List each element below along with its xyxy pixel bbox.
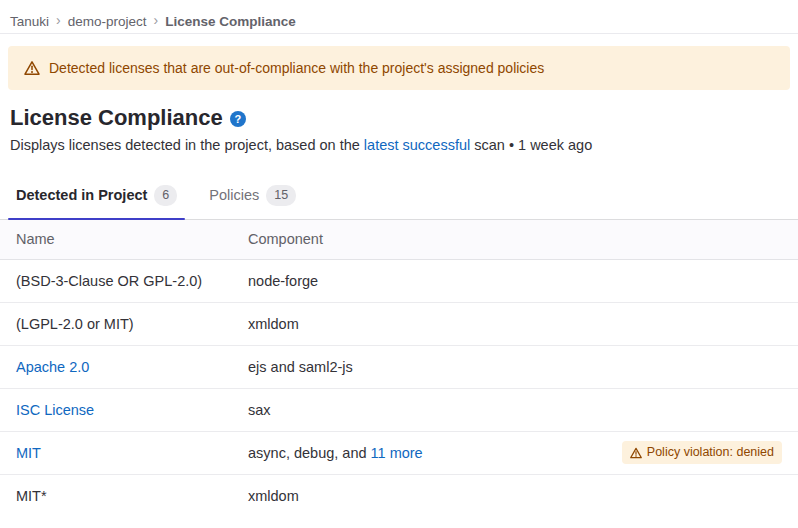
warning-triangle-icon bbox=[24, 60, 40, 76]
license-table: Name Component (BSD-3-Clause OR GPL-2.0)… bbox=[0, 220, 798, 518]
tab-count-badge: 15 bbox=[266, 185, 296, 206]
policy-violation-badge: Policy violation: denied bbox=[622, 441, 782, 464]
tab-label: Policies bbox=[209, 187, 259, 203]
compliance-warning-alert: Detected licenses that are out-of-compli… bbox=[8, 46, 790, 90]
chevron-right-icon: › bbox=[154, 13, 159, 29]
tab-label: Detected in Project bbox=[16, 187, 147, 203]
column-header-name: Name bbox=[0, 227, 248, 251]
table-row: Apache 2.0 ejs and saml2-js bbox=[0, 346, 798, 389]
tabs-bar: Detected in Project 6 Policies 15 bbox=[0, 176, 798, 220]
chevron-right-icon: › bbox=[56, 13, 61, 29]
breadcrumb-item-group[interactable]: Tanuki bbox=[10, 14, 49, 29]
description-suffix: scan • 1 week ago bbox=[470, 137, 592, 153]
license-component: xmldom bbox=[248, 312, 766, 336]
table-row: MIT* xmldom bbox=[0, 475, 798, 518]
license-name: MIT* bbox=[0, 484, 248, 508]
description-text: Displays licenses detected in the projec… bbox=[10, 137, 364, 153]
alert-message: Detected licenses that are out-of-compli… bbox=[49, 58, 544, 78]
license-component: node-forge bbox=[248, 269, 766, 293]
latest-successful-scan-link[interactable]: latest successful bbox=[364, 137, 470, 153]
license-name-link[interactable]: ISC License bbox=[16, 402, 94, 418]
license-name-link[interactable]: MIT bbox=[16, 445, 41, 461]
column-header-component: Component bbox=[248, 227, 766, 251]
more-components-link[interactable]: 11 more bbox=[371, 445, 423, 461]
tab-policies[interactable]: Policies 15 bbox=[201, 176, 304, 219]
help-question-icon[interactable]: ? bbox=[230, 111, 246, 127]
tab-count-badge: 6 bbox=[154, 185, 177, 206]
license-component: xmldom bbox=[248, 484, 766, 508]
license-name: (BSD-3-Clause OR GPL-2.0) bbox=[0, 269, 248, 293]
breadcrumb-item-current[interactable]: License Compliance bbox=[165, 14, 296, 29]
license-name-link[interactable]: Apache 2.0 bbox=[16, 359, 89, 375]
warning-triangle-icon bbox=[630, 447, 642, 459]
policy-violation-label: Policy violation: denied bbox=[647, 446, 774, 459]
table-row: MIT async, debug, and 11 more Policy vio… bbox=[0, 432, 798, 475]
page-title: License Compliance bbox=[10, 105, 223, 131]
page-description: Displays licenses detected in the projec… bbox=[10, 136, 788, 155]
license-component: ejs and saml2-js bbox=[248, 355, 766, 379]
page-header: License Compliance ? Displays licenses d… bbox=[0, 105, 798, 155]
table-row: (BSD-3-Clause OR GPL-2.0) node-forge bbox=[0, 260, 798, 303]
table-row: ISC License sax bbox=[0, 389, 798, 432]
table-row: (LGPL-2.0 or MIT) xmldom bbox=[0, 303, 798, 346]
license-component: sax bbox=[248, 398, 766, 422]
breadcrumb: Tanuki › demo-project › License Complian… bbox=[0, 0, 798, 34]
component-list: async, debug, and bbox=[248, 445, 371, 461]
table-header-row: Name Component bbox=[0, 220, 798, 260]
license-component: async, debug, and 11 more bbox=[248, 441, 606, 465]
license-name: (LGPL-2.0 or MIT) bbox=[0, 312, 248, 336]
breadcrumb-item-project[interactable]: demo-project bbox=[68, 14, 147, 29]
tab-detected-in-project[interactable]: Detected in Project 6 bbox=[8, 176, 185, 219]
